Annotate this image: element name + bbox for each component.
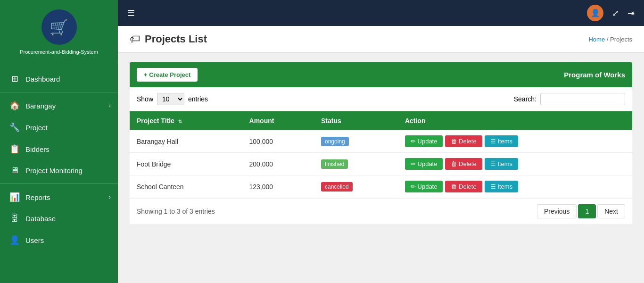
id-card-icon: 📋 [9,144,20,154]
breadcrumb-home[interactable]: Home [588,36,605,43]
sidebar: 🛒 Procurement-and-Bidding-System ⊞ Dashb… [0,0,118,283]
projects-icon: 🏷 [130,33,140,45]
sidebar-item-label: Reports [25,193,50,201]
page-header: 🏷 Projects List Home / Projects [118,26,644,53]
entries-label: entries [188,95,208,103]
previous-button[interactable]: Previous [537,204,577,218]
col-action: Action [398,111,632,130]
table-row: Foot Bridge 200,000 finished ✏ Update 🗑 … [130,153,632,175]
sidebar-item-label: Dashboard [25,75,60,83]
delete-button[interactable]: 🗑 Delete [445,181,482,192]
breadcrumb: Home / Projects [588,36,632,43]
breadcrumb-separator: / [607,36,609,43]
cell-project-title: Foot Bridge [130,153,242,175]
action-buttons: ✏ Update 🗑 Delete ☰ Items [405,135,625,147]
hamburger-button[interactable]: ☰ [127,8,135,18]
topbar: ☰ 👤 ⤢ ⇥ [118,0,644,26]
sidebar-item-project-monitoring[interactable]: 🖥 Project Monitoring [0,160,118,181]
items-button[interactable]: ☰ Items [485,135,518,147]
page-title-area: 🏷 Projects List [130,33,207,45]
logo-icon: 🛒 [50,18,68,36]
table-body: Barangay Hall 100,000 ongoing ✏ Update 🗑… [130,130,632,198]
table-footer: Showing 1 to 3 of 3 entries Previous 1 N… [130,198,632,224]
projects-table: Project Title ⇅ Amount Status Action Bar… [130,111,632,198]
cell-status: ongoing [314,130,398,153]
table-controls: Show 10 25 50 100 entries Search: [130,87,632,111]
topbar-right: 👤 ⤢ ⇥ [587,5,635,21]
sort-icon: ⇅ [178,119,182,124]
delete-button[interactable]: 🗑 Delete [445,158,482,170]
cell-action: ✏ Update 🗑 Delete ☰ Items [398,130,632,153]
items-button[interactable]: ☰ Items [485,158,518,170]
next-button[interactable]: Next [597,204,625,218]
sidebar-item-dashboard[interactable]: ⊞ Dashboard [0,68,118,90]
sidebar-item-reports[interactable]: 📊 Reports › [0,186,118,208]
sidebar-item-barangay[interactable]: 🏠 Barangay › [0,95,118,117]
home-icon: 🏠 [9,100,20,111]
page-1-button[interactable]: 1 [578,204,596,218]
cell-action: ✏ Update 🗑 Delete ☰ Items [398,153,632,175]
items-button[interactable]: ☰ Items [485,181,518,192]
sidebar-item-label: Project Monitoring [25,166,83,175]
search-area: Search: [514,93,625,105]
status-badge: ongoing [321,137,349,146]
chevron-right-icon: › [109,102,111,109]
pagination: Previous 1 Next [537,204,625,218]
chevron-right-icon: › [109,194,111,200]
sidebar-item-label: Project [25,124,48,132]
table-row: Barangay Hall 100,000 ongoing ✏ Update 🗑… [130,130,632,153]
chart-icon: 📊 [9,192,20,202]
cell-status: cancelled [314,175,398,198]
create-project-button[interactable]: + Create Project [137,68,198,82]
search-label: Search: [514,95,537,103]
cell-action: ✏ Update 🗑 Delete ☰ Items [398,175,632,198]
breadcrumb-current: Projects [610,36,632,43]
cell-project-title: School Canteen [130,175,242,198]
sidebar-item-database[interactable]: 🗄 Database [0,208,118,229]
update-button[interactable]: ✏ Update [405,181,443,192]
status-badge: finished [321,159,348,169]
sidebar-item-label: Barangay [25,102,56,110]
sidebar-item-users[interactable]: 👤 Users [0,229,118,251]
content-area: + Create Project Program of Works Show 1… [118,53,644,233]
cell-amount: 100,000 [242,130,314,153]
cell-amount: 200,000 [242,153,314,175]
nav-divider-2 [0,183,118,184]
status-badge: cancelled [321,182,353,191]
sidebar-item-bidders[interactable]: 📋 Bidders [0,138,118,160]
sidebar-item-label: Database [25,215,56,223]
topbar-left: ☰ [127,8,135,18]
entries-select[interactable]: 10 25 50 100 [157,93,184,105]
cell-project-title: Barangay Hall [130,130,242,153]
sidebar-logo: 🛒 Procurement-and-Bidding-System [0,0,118,63]
search-input[interactable] [540,93,625,105]
sidebar-item-label: Users [25,236,44,244]
update-button[interactable]: ✏ Update [405,135,443,147]
database-icon: 🗄 [9,214,20,224]
action-buttons: ✏ Update 🗑 Delete ☰ Items [405,158,625,170]
sidebar-item-label: Bidders [25,145,50,153]
expand-icon[interactable]: ⤢ [612,8,619,18]
table-header: Project Title ⇅ Amount Status Action [130,111,632,130]
col-amount: Amount [242,111,314,130]
showing-text: Showing 1 to 3 of 3 entries [137,208,215,215]
sidebar-item-project[interactable]: 🔧 Project [0,117,118,138]
delete-button[interactable]: 🗑 Delete [445,135,482,147]
table-header-row: Project Title ⇅ Amount Status Action [130,111,632,130]
action-buttons: ✏ Update 🗑 Delete ☰ Items [405,181,625,192]
show-label: Show [137,95,153,103]
update-button[interactable]: ✏ Update [405,158,443,170]
col-project-title: Project Title ⇅ [130,111,242,130]
logout-icon[interactable]: ⇥ [627,8,635,18]
grid-icon: ⊞ [9,74,20,84]
program-works-label: Program of Works [564,71,625,79]
logo-text: Procurement-and-Bidding-System [20,49,98,56]
show-entries: Show 10 25 50 100 entries [137,93,208,105]
avatar[interactable]: 👤 [587,5,603,21]
page-title: Projects List [145,33,207,45]
sidebar-nav: ⊞ Dashboard 🏠 Barangay › 🔧 Project 📋 Bid… [0,63,118,283]
page-content: 🏷 Projects List Home / Projects + Create… [118,26,644,283]
nav-divider-1 [0,92,118,92]
table-row: School Canteen 123,000 cancelled ✏ Updat… [130,175,632,198]
monitor-icon: 🖥 [9,166,20,175]
